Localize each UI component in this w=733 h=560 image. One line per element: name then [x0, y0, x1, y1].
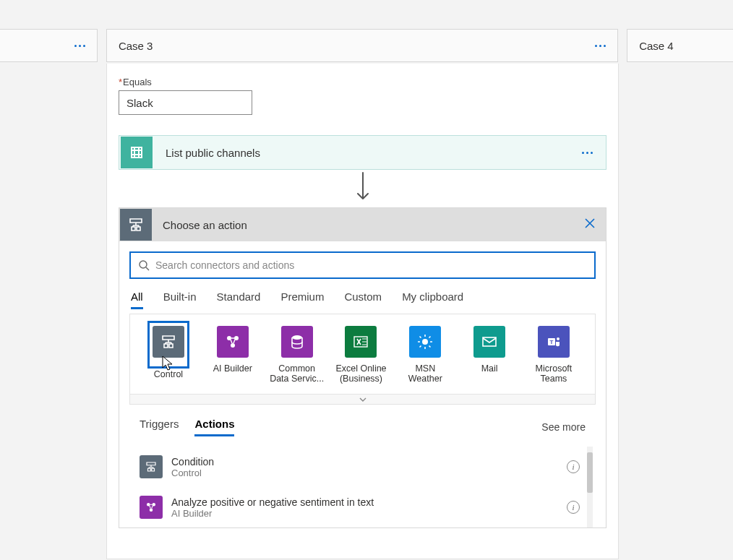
connector-label: Mail: [481, 363, 498, 374]
svg-rect-7: [483, 337, 496, 346]
svg-point-10: [557, 337, 560, 340]
action-title: List public channels: [166, 147, 582, 159]
see-more-link[interactable]: See more: [541, 421, 586, 433]
control-icon: [140, 455, 163, 478]
action-analyze-sentiment[interactable]: Analyze positive or negative sentiment i…: [140, 487, 580, 527]
category-tabs: All Built-in Standard Premium Custom My …: [129, 290, 596, 309]
tab-my-clipboard[interactable]: My clipboard: [402, 290, 463, 309]
tab-standard[interactable]: Standard: [217, 290, 261, 309]
equals-label: *Equals: [119, 77, 606, 87]
connector-excel-online[interactable]: Excel Online (Business): [333, 326, 389, 384]
chooser-title: Choose an action: [163, 219, 584, 231]
svg-point-13: [150, 509, 153, 512]
tab-premium[interactable]: Premium: [280, 290, 324, 309]
tab-built-in[interactable]: Built-in: [163, 290, 197, 309]
search-input[interactable]: [155, 259, 587, 271]
tab-custom[interactable]: Custom: [344, 290, 382, 309]
case-title: Case 4: [639, 40, 674, 52]
mail-icon: [473, 326, 505, 358]
svg-text:T: T: [550, 339, 554, 345]
action-chooser: Choose an action All Built-in Standard P…: [119, 207, 606, 528]
connector-label: AI Builder: [213, 363, 252, 374]
collapse-toggle[interactable]: [130, 394, 595, 404]
case-panel: *Equals List public channels Choose an a…: [106, 64, 619, 559]
connector-control[interactable]: Control: [140, 326, 197, 384]
tab-triggers[interactable]: Triggers: [140, 418, 179, 436]
connector-microsoft-teams[interactable]: T Microsoft Teams: [526, 326, 582, 384]
action-list-public-channels[interactable]: List public channels: [119, 135, 606, 170]
close-icon[interactable]: [584, 217, 596, 232]
svg-point-3: [231, 343, 235, 348]
svg-point-6: [422, 339, 428, 345]
connector-label: Microsoft Teams: [526, 363, 582, 384]
ellipsis-icon[interactable]: [595, 45, 606, 47]
aibuilder-icon: [140, 496, 163, 519]
tab-all[interactable]: All: [131, 290, 143, 309]
aibuilder-icon: [217, 326, 249, 358]
action-condition[interactable]: Condition Control i: [140, 447, 580, 487]
chooser-header: Choose an action: [119, 208, 606, 241]
svg-point-0: [140, 261, 147, 268]
action-title: Analyze positive or negative sentiment i…: [171, 496, 567, 508]
info-icon[interactable]: i: [567, 501, 580, 514]
case-card-prev[interactable]: [0, 29, 98, 62]
tab-actions[interactable]: Actions: [194, 418, 234, 436]
excel-icon: [345, 326, 377, 358]
search-box[interactable]: [129, 251, 596, 279]
case-title: Case 3: [119, 40, 153, 52]
action-list: Condition Control i Analyze positive or …: [140, 447, 594, 527]
search-icon: [138, 259, 150, 271]
action-subtitle: AI Builder: [171, 508, 567, 519]
teams-icon: T: [538, 326, 570, 358]
flow-arrow-icon: [119, 171, 606, 203]
case-card-3[interactable]: Case 3: [106, 29, 618, 62]
weather-icon: [409, 326, 441, 358]
equals-input[interactable]: [119, 90, 252, 115]
cds-icon: [281, 326, 313, 358]
connector-label: Common Data Servic...: [269, 363, 325, 384]
connector-msn-weather[interactable]: MSN Weather: [397, 326, 453, 384]
control-icon: [153, 326, 184, 358]
connector-mail[interactable]: Mail: [461, 326, 518, 384]
connector-common-data-service[interactable]: Common Data Servic...: [269, 326, 325, 384]
slack-icon: [121, 137, 153, 168]
connectors-grid: Control AI Builder Common Data Serv: [130, 314, 595, 394]
connector-label: MSN Weather: [397, 363, 453, 384]
svg-point-4: [292, 335, 302, 340]
control-icon: [120, 209, 152, 241]
connector-ai-builder[interactable]: AI Builder: [205, 326, 261, 384]
action-subtitle: Control: [171, 468, 567, 478]
scrollbar-thumb[interactable]: [587, 452, 593, 493]
case-card-4[interactable]: Case 4: [627, 29, 733, 62]
action-title: Condition: [171, 456, 567, 468]
ellipsis-icon[interactable]: [582, 152, 593, 154]
ellipsis-icon[interactable]: [74, 45, 85, 47]
info-icon[interactable]: i: [567, 460, 580, 473]
connector-label: Control: [154, 369, 183, 379]
connector-label: Excel Online (Business): [333, 363, 389, 384]
